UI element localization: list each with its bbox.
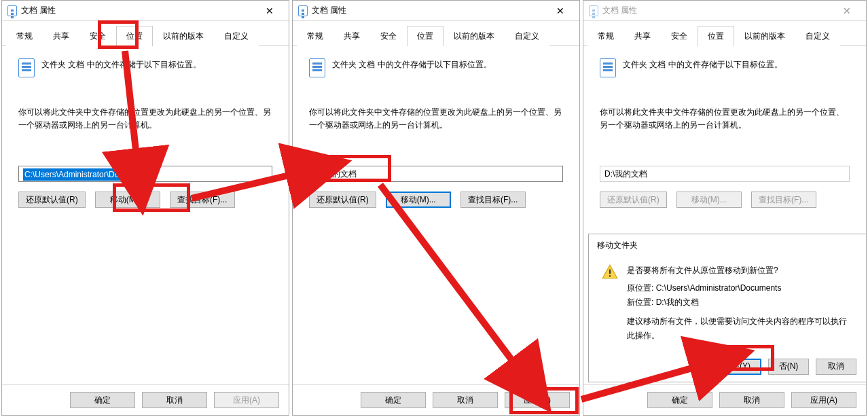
bottom-bar: 确定 取消 应用(A) [583, 384, 866, 415]
tab-location[interactable]: 位置 [698, 26, 734, 46]
tab-bar: 常规 共享 安全 位置 以前的版本 自定义 [583, 21, 866, 46]
move-dialog-body: 是否要将所有文件从原位置移动到新位置? 原位置: C:\Users\Admini… [627, 264, 854, 342]
move-button[interactable]: 移动(M)... [386, 192, 451, 208]
document-icon [589, 5, 598, 16]
cancel-button[interactable]: 取消 [719, 392, 784, 408]
tab-general[interactable]: 常规 [6, 26, 43, 46]
tab-security[interactable]: 安全 [79, 26, 116, 46]
close-icon[interactable]: ✕ [256, 5, 283, 16]
find-target-button[interactable]: 查找目标(F)... [170, 192, 235, 208]
dialog-title-text: 文档 属性 [312, 5, 346, 16]
properties-dialog-1: 文档 属性 ✕ 常规 共享 安全 位置 以前的版本 自定义 文件夹 文档 中的文… [1, 0, 289, 416]
path-value: C:\Users\Administrator\Documents [23, 168, 151, 181]
move-button[interactable]: 移动(M)... [95, 192, 160, 208]
titlebar: 文档 属性 ✕ [583, 1, 866, 21]
document-icon [7, 5, 17, 16]
tab-custom[interactable]: 自定义 [795, 26, 840, 46]
dialog-title: 文档 属性 [589, 5, 637, 16]
tab-previous[interactable]: 以前的版本 [153, 26, 214, 46]
ok-button[interactable]: 确定 [361, 392, 426, 408]
properties-dialog-2: 文档 属性 ✕ 常规 共享 安全 位置 以前的版本 自定义 文件夹 文档 中的文… [292, 0, 580, 416]
move-buttons: 是(Y) 否(N) 取消 [589, 352, 866, 382]
ok-button[interactable]: 确定 [70, 392, 135, 408]
tab-general[interactable]: 常规 [587, 26, 624, 46]
yes-button[interactable]: 是(Y) [721, 359, 761, 375]
description-2: 你可以将此文件夹中文件存储的位置更改为此硬盘上的另一个位置、另一个驱动器或网络上… [18, 106, 272, 132]
close-icon[interactable]: ✕ [833, 5, 861, 16]
description-2: 你可以将此文件夹中文件存储的位置更改为此硬盘上的另一个位置、另一个驱动器或网络上… [309, 106, 563, 132]
path-input[interactable] [309, 166, 563, 182]
document-icon [298, 5, 308, 16]
tab-custom[interactable]: 自定义 [214, 26, 259, 46]
restore-default-button: 还原默认值(R) [600, 192, 667, 208]
content-area: 文件夹 文档 中的文件存储于以下目标位置。 你可以将此文件夹中文件存储的位置更改… [2, 46, 289, 384]
tab-share[interactable]: 共享 [333, 26, 370, 46]
move-advice: 建议移动所有文件，以便需要访问文件夹内容的程序可以执行此操作。 [627, 314, 854, 342]
find-target-button[interactable]: 查找目标(F)... [460, 192, 526, 208]
dialog-title-text: 文档 属性 [21, 5, 56, 16]
move-question: 是否要将所有文件从原位置移动到新位置? [627, 264, 854, 277]
tab-location[interactable]: 位置 [116, 26, 153, 46]
tab-location[interactable]: 位置 [407, 26, 444, 46]
tab-general[interactable]: 常规 [297, 26, 333, 46]
apply-button: 应用(A) [214, 392, 279, 408]
tab-security[interactable]: 安全 [661, 26, 698, 46]
document-icon [600, 58, 616, 77]
document-icon [309, 58, 325, 77]
tab-previous[interactable]: 以前的版本 [734, 26, 795, 46]
description-1: 文件夹 文档 中的文件存储于以下目标位置。 [623, 58, 782, 71]
cancel-button[interactable]: 取消 [142, 392, 207, 408]
content-area: 文件夹 文档 中的文件存储于以下目标位置。 你可以将此文件夹中文件存储的位置更改… [293, 46, 579, 384]
tab-security[interactable]: 安全 [370, 26, 407, 46]
restore-default-button[interactable]: 还原默认值(R) [309, 192, 376, 208]
move-button: 移动(M)... [676, 192, 742, 208]
move-orig: 原位置: C:\Users\Administrator\Documents [627, 281, 854, 295]
dialog-title: 文档 属性 [298, 5, 346, 16]
tab-previous[interactable]: 以前的版本 [444, 26, 505, 46]
bottom-bar: 确定 取消 应用(A) [2, 384, 289, 415]
cancel-button[interactable]: 取消 [433, 392, 498, 408]
no-button[interactable]: 否(N) [768, 359, 809, 375]
dialog-title-text: 文档 属性 [602, 5, 637, 16]
close-icon[interactable]: ✕ [547, 5, 574, 16]
move-new: 新位置: D:\我的文档 [627, 295, 854, 309]
tab-share[interactable]: 共享 [43, 26, 79, 46]
svg-rect-1 [609, 275, 611, 276]
tab-custom[interactable]: 自定义 [505, 26, 549, 46]
titlebar: 文档 属性 ✕ [2, 1, 289, 21]
tab-bar: 常规 共享 安全 位置 以前的版本 自定义 [2, 21, 289, 46]
find-target-button: 查找目标(F)... [751, 192, 816, 208]
ok-button[interactable]: 确定 [647, 392, 712, 408]
document-icon [18, 58, 35, 77]
description-1: 文件夹 文档 中的文件存储于以下目标位置。 [332, 58, 492, 71]
move-folder-dialog: 移动文件夹 是否要将所有文件从原位置移动到新位置? 原位置: C:\Users\… [588, 234, 867, 382]
description-2: 你可以将此文件夹中文件存储的位置更改为此硬盘上的另一个位置、另一个驱动器或网络上… [600, 106, 850, 132]
bottom-bar: 确定 取消 应用(A) [293, 384, 579, 415]
move-dialog-title: 移动文件夹 [589, 234, 866, 257]
dialog-title: 文档 属性 [7, 5, 56, 16]
apply-button[interactable]: 应用(A) [505, 392, 570, 408]
titlebar: 文档 属性 ✕ [293, 1, 579, 21]
move-cancel-button[interactable]: 取消 [816, 359, 856, 375]
path-input[interactable]: C:\Users\Administrator\Documents [18, 166, 272, 182]
path-input [600, 166, 850, 182]
warning-icon [601, 264, 619, 281]
tab-bar: 常规 共享 安全 位置 以前的版本 自定义 [293, 21, 579, 46]
description-1: 文件夹 文档 中的文件存储于以下目标位置。 [41, 58, 201, 71]
tab-share[interactable]: 共享 [624, 26, 661, 46]
svg-rect-0 [609, 270, 611, 274]
apply-button[interactable]: 应用(A) [791, 392, 856, 408]
restore-default-button[interactable]: 还原默认值(R) [18, 192, 86, 208]
